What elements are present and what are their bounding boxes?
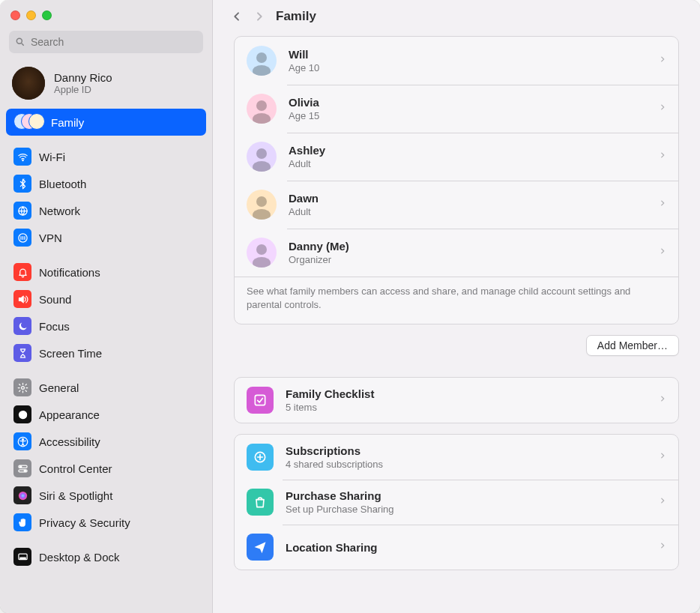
globe-icon bbox=[13, 202, 31, 220]
member-name: Danny (Me) bbox=[289, 240, 647, 253]
svg-point-16 bbox=[256, 52, 267, 63]
sidebar-item-label: Network bbox=[39, 205, 80, 217]
checklist-subtitle: 5 items bbox=[286, 402, 647, 413]
svg-line-1 bbox=[22, 43, 24, 46]
svg-rect-15 bbox=[19, 558, 25, 559]
main-pane: Family Will Age 10 Olivia Age 15 Ashl bbox=[213, 0, 700, 613]
sharing-row-location[interactable]: Location Sharing bbox=[235, 525, 678, 570]
bluetooth-icon bbox=[13, 175, 31, 193]
member-name: Will bbox=[289, 48, 647, 61]
svg-point-22 bbox=[256, 196, 267, 207]
hand-icon bbox=[13, 513, 31, 531]
pluscircle-icon bbox=[247, 444, 274, 471]
siri-icon bbox=[13, 486, 31, 504]
search-input[interactable] bbox=[29, 35, 197, 49]
gear-icon bbox=[13, 378, 31, 396]
search-input-wrap[interactable] bbox=[9, 31, 203, 53]
sidebar-item-label: Siri & Spotlight bbox=[39, 489, 112, 502]
sidebar-item-vpn[interactable]: VPN bbox=[6, 224, 206, 251]
sidebar-item-label: VPN bbox=[39, 232, 62, 244]
checklist-icon bbox=[247, 387, 274, 414]
bell-icon bbox=[13, 263, 31, 281]
family-member-row[interactable]: Dawn Adult bbox=[235, 181, 678, 229]
switches-icon bbox=[13, 459, 31, 477]
family-panel-footer: See what family members can access and s… bbox=[235, 277, 678, 324]
family-avatars-icon bbox=[13, 113, 43, 131]
svg-point-21 bbox=[253, 161, 271, 172]
sidebar-item-screentime[interactable]: Screen Time bbox=[6, 339, 206, 366]
svg-point-12 bbox=[24, 470, 25, 471]
add-member-button[interactable]: Add Member… bbox=[586, 335, 679, 356]
family-checklist-row[interactable]: Family Checklist 5 items bbox=[235, 378, 678, 423]
sidebar-item-privacy[interactable]: Privacy & Security bbox=[6, 509, 206, 536]
sidebar-item-label: Sound bbox=[39, 293, 71, 306]
svg-point-2 bbox=[22, 160, 22, 160]
maximize-button[interactable] bbox=[42, 10, 52, 20]
sidebar-item-notifications[interactable]: Notifications bbox=[6, 259, 206, 286]
member-avatar bbox=[247, 142, 277, 172]
svg-point-5 bbox=[21, 386, 24, 389]
sidebar-item-label: Screen Time bbox=[39, 347, 102, 360]
chevron-right-icon bbox=[659, 245, 666, 260]
sidebar-item-family[interactable]: Family bbox=[6, 109, 206, 136]
account-name: Danny Rico bbox=[54, 71, 112, 84]
hourglass-icon bbox=[13, 344, 31, 362]
family-member-row[interactable]: Danny (Me) Organizer bbox=[235, 229, 678, 277]
sidebar-item-appearance[interactable]: Appearance bbox=[6, 401, 206, 428]
forward-button[interactable] bbox=[253, 9, 265, 24]
sharing-title: Purchase Sharing bbox=[286, 489, 647, 502]
wifi-icon bbox=[13, 148, 31, 166]
svg-point-25 bbox=[253, 257, 271, 268]
sidebar-item-desktopdock[interactable]: Desktop & Dock bbox=[6, 543, 206, 570]
sidebar-item-label: Desktop & Dock bbox=[39, 551, 120, 564]
chevron-right-icon bbox=[659, 149, 666, 164]
member-avatar bbox=[247, 94, 277, 124]
sidebar-item-network[interactable]: Network bbox=[6, 197, 206, 224]
sidebar-item-controlcenter[interactable]: Control Center bbox=[6, 455, 206, 482]
svg-point-11 bbox=[19, 465, 21, 467]
svg-point-23 bbox=[253, 209, 271, 220]
content-scroll[interactable]: Will Age 10 Olivia Age 15 Ashley Adult D… bbox=[213, 31, 700, 613]
sidebar-item-label: Notifications bbox=[39, 266, 100, 279]
sidebar-item-label: Wi-Fi bbox=[39, 151, 65, 163]
sidebar-item-wifi[interactable]: Wi-Fi bbox=[6, 143, 206, 170]
family-member-row[interactable]: Olivia Age 15 bbox=[235, 85, 678, 133]
minimize-button[interactable] bbox=[26, 10, 36, 20]
sidebar-item-sound[interactable]: Sound bbox=[6, 286, 206, 312]
account-subtitle: Apple ID bbox=[54, 84, 112, 95]
chevron-right-icon bbox=[659, 393, 666, 408]
sharing-subtitle: Set up Purchase Sharing bbox=[286, 504, 647, 515]
sidebar-item-focus[interactable]: Focus bbox=[6, 312, 206, 339]
member-name: Dawn bbox=[289, 192, 647, 205]
page-title: Family bbox=[276, 9, 316, 24]
settings-window: Danny Rico Apple ID Family Wi-Fi Bluetoo… bbox=[0, 0, 700, 613]
member-subtitle: Adult bbox=[289, 158, 647, 169]
sharing-title: Subscriptions bbox=[286, 444, 647, 457]
sharing-row-purchase[interactable]: Purchase Sharing Set up Purchase Sharing bbox=[235, 480, 678, 525]
speaker-icon bbox=[13, 290, 31, 308]
sidebar-item-appleid[interactable]: Danny Rico Apple ID bbox=[0, 59, 212, 109]
back-button[interactable] bbox=[231, 9, 243, 24]
family-member-row[interactable]: Ashley Adult bbox=[235, 133, 678, 181]
svg-point-0 bbox=[16, 38, 22, 43]
dock-icon bbox=[13, 548, 31, 566]
sidebar-item-siri[interactable]: Siri & Spotlight bbox=[6, 482, 206, 509]
sidebar-item-general[interactable]: General bbox=[6, 374, 206, 401]
chevron-right-icon bbox=[659, 101, 666, 116]
member-name: Olivia bbox=[289, 96, 647, 109]
window-controls bbox=[0, 0, 212, 23]
sidebar-item-label: Appearance bbox=[39, 408, 100, 421]
member-subtitle: Age 15 bbox=[289, 110, 647, 121]
close-button[interactable] bbox=[10, 10, 20, 20]
svg-point-18 bbox=[256, 100, 267, 111]
chevron-right-icon bbox=[659, 53, 666, 68]
family-member-row[interactable]: Will Age 10 bbox=[235, 37, 678, 85]
sidebar-item-bluetooth[interactable]: Bluetooth bbox=[6, 170, 206, 197]
member-subtitle: Age 10 bbox=[289, 62, 647, 73]
sharing-row-subscriptions[interactable]: Subscriptions 4 shared subscriptions bbox=[235, 435, 678, 480]
sidebar-nav[interactable]: Family Wi-Fi Bluetooth Network VPN Notif… bbox=[0, 109, 212, 613]
sidebar-item-accessibility[interactable]: Accessibility bbox=[6, 428, 206, 455]
vpn-icon bbox=[13, 229, 31, 247]
moon-icon bbox=[13, 317, 31, 335]
chevron-right-icon bbox=[659, 495, 666, 510]
